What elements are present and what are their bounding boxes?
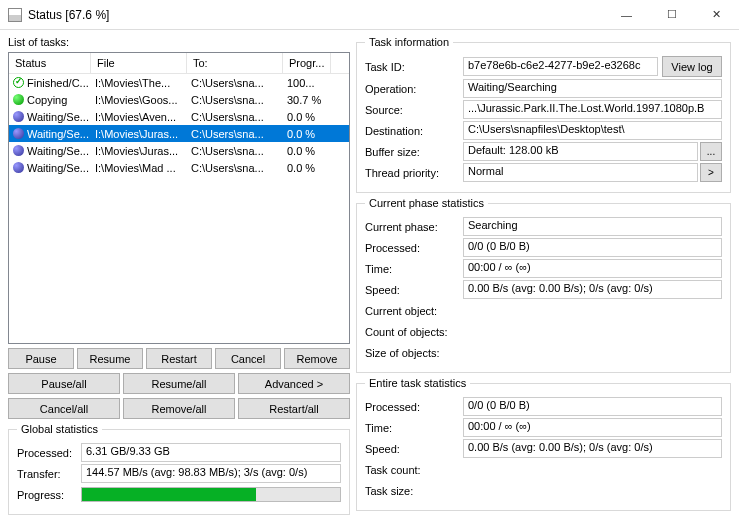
task-list-header[interactable]: Status File To: Progr... — [9, 53, 349, 74]
operation-value: Waiting/Searching — [463, 79, 722, 98]
list-of-tasks-label: List of tasks: — [8, 36, 350, 48]
table-row[interactable]: Waiting/Se...I:\Movies\Juras...C:\Users\… — [9, 125, 349, 142]
row-file: I:\Movies\Aven... — [91, 111, 187, 123]
window-title: Status [67.6 %] — [28, 8, 604, 22]
buffer-size-browse-button[interactable]: ... — [700, 142, 722, 161]
row-to: C:\Users\sna... — [187, 111, 283, 123]
pause-button[interactable]: Pause — [8, 348, 74, 369]
pause-all-button[interactable]: Pause/all — [8, 373, 120, 394]
size-of-objects-label: Size of objects: — [365, 347, 463, 359]
global-processed-value: 6.31 GB/9.33 GB — [81, 443, 341, 462]
copying-icon — [13, 94, 24, 105]
operation-label: Operation: — [365, 83, 463, 95]
global-transfer-label: Transfer: — [17, 468, 81, 480]
row-file: I:\Movies\The... — [91, 77, 187, 89]
count-of-objects-label: Count of objects: — [365, 326, 463, 338]
global-progress-label: Progress: — [17, 489, 81, 501]
table-row[interactable]: Waiting/Se...I:\Movies\Aven...C:\Users\s… — [9, 108, 349, 125]
remove-all-button[interactable]: Remove/all — [123, 398, 235, 419]
table-row[interactable]: Waiting/Se...I:\Movies\Mad ...C:\Users\s… — [9, 159, 349, 176]
minimize-button[interactable]: — — [604, 0, 649, 30]
remove-button[interactable]: Remove — [284, 348, 350, 369]
thread-priority-step-button[interactable]: > — [700, 163, 722, 182]
current-object-label: Current object: — [365, 305, 463, 317]
row-progress: 0.0 % — [283, 128, 331, 140]
waiting-icon — [13, 162, 24, 173]
waiting-icon — [13, 128, 24, 139]
col-file[interactable]: File — [91, 53, 187, 73]
close-button[interactable]: ✕ — [694, 0, 739, 30]
current-phase-label: Current phase: — [365, 221, 463, 233]
resume-button[interactable]: Resume — [77, 348, 143, 369]
row-progress: 0.0 % — [283, 145, 331, 157]
app-icon — [8, 8, 22, 22]
row-status: Waiting/Se... — [27, 162, 89, 174]
thread-priority-label: Thread priority: — [365, 167, 463, 179]
row-file: I:\Movies\Goos... — [91, 94, 187, 106]
row-to: C:\Users\sna... — [187, 94, 283, 106]
col-prog[interactable]: Progr... — [283, 53, 331, 73]
global-statistics-legend: Global statistics — [17, 423, 102, 435]
task-information-group: Task information Task ID: b7e78e6b-c6e2-… — [356, 36, 731, 193]
row-progress: 0.0 % — [283, 111, 331, 123]
table-row[interactable]: Waiting/Se...I:\Movies\Juras...C:\Users\… — [9, 142, 349, 159]
row-status: Waiting/Se... — [27, 111, 89, 123]
global-processed-label: Processed: — [17, 447, 81, 459]
row-to: C:\Users\sna... — [187, 77, 283, 89]
task-information-legend: Task information — [365, 36, 453, 48]
col-status[interactable]: Status — [9, 53, 91, 73]
cancel-all-button[interactable]: Cancel/all — [8, 398, 120, 419]
entire-speed-label: Speed: — [365, 443, 463, 455]
global-statistics-group: Global statistics Processed: 6.31 GB/9.3… — [8, 423, 350, 515]
row-progress: 0.0 % — [283, 162, 331, 174]
current-phase-legend: Current phase statistics — [365, 197, 488, 209]
row-file: I:\Movies\Juras... — [91, 145, 187, 157]
row-file: I:\Movies\Mad ... — [91, 162, 187, 174]
buffer-size-value: Default: 128.00 kB — [463, 142, 698, 161]
restart-button[interactable]: Restart — [146, 348, 212, 369]
restart-all-button[interactable]: Restart/all — [238, 398, 350, 419]
resume-all-button[interactable]: Resume/all — [123, 373, 235, 394]
entire-task-group: Entire task statistics Processed:0/0 (0 … — [356, 377, 731, 511]
waiting-icon — [13, 145, 24, 156]
row-status: Waiting/Se... — [27, 145, 89, 157]
global-transfer-value: 144.57 MB/s (avg: 98.83 MB/s); 3/s (avg:… — [81, 464, 341, 483]
task-size-label: Task size: — [365, 485, 463, 497]
task-list[interactable]: Status File To: Progr... Finished/C...I:… — [8, 52, 350, 344]
finished-icon — [13, 77, 24, 88]
current-phase-group: Current phase statistics Current phase:S… — [356, 197, 731, 373]
waiting-icon — [13, 111, 24, 122]
maximize-button[interactable]: ☐ — [649, 0, 694, 30]
title-bar: Status [67.6 %] — ☐ ✕ — [0, 0, 739, 30]
source-label: Source: — [365, 104, 463, 116]
entire-processed-value: 0/0 (0 B/0 B) — [463, 397, 722, 416]
destination-label: Destination: — [365, 125, 463, 137]
table-row[interactable]: Finished/C...I:\Movies\The...C:\Users\sn… — [9, 74, 349, 91]
phase-speed-value: 0.00 B/s (avg: 0.00 B/s); 0/s (avg: 0/s) — [463, 280, 722, 299]
task-count-label: Task count: — [365, 464, 463, 476]
row-progress: 30.7 % — [283, 94, 331, 106]
thread-priority-value: Normal — [463, 163, 698, 182]
entire-processed-label: Processed: — [365, 401, 463, 413]
col-to[interactable]: To: — [187, 53, 283, 73]
row-status: Waiting/Se... — [27, 128, 89, 140]
phase-time-value: 00:00 / ∞ (∞) — [463, 259, 722, 278]
destination-value: C:\Users\snapfiles\Desktop\test\ — [463, 121, 722, 140]
row-file: I:\Movies\Juras... — [91, 128, 187, 140]
buffer-size-label: Buffer size: — [365, 146, 463, 158]
cancel-button[interactable]: Cancel — [215, 348, 281, 369]
view-log-button[interactable]: View log — [662, 56, 722, 77]
entire-speed-value: 0.00 B/s (avg: 0.00 B/s); 0/s (avg: 0/s) — [463, 439, 722, 458]
entire-time-value: 00:00 / ∞ (∞) — [463, 418, 722, 437]
row-status: Finished/C... — [27, 77, 89, 89]
task-id-value: b7e78e6b-c6e2-4277-b9e2-e3268c — [463, 57, 658, 76]
task-id-label: Task ID: — [365, 61, 463, 73]
phase-time-label: Time: — [365, 263, 463, 275]
advanced-button[interactable]: Advanced > — [238, 373, 350, 394]
row-to: C:\Users\sna... — [187, 128, 283, 140]
row-progress: 100... — [283, 77, 331, 89]
table-row[interactable]: CopyingI:\Movies\Goos...C:\Users\sna...3… — [9, 91, 349, 108]
entire-time-label: Time: — [365, 422, 463, 434]
row-status: Copying — [27, 94, 67, 106]
entire-task-legend: Entire task statistics — [365, 377, 470, 389]
